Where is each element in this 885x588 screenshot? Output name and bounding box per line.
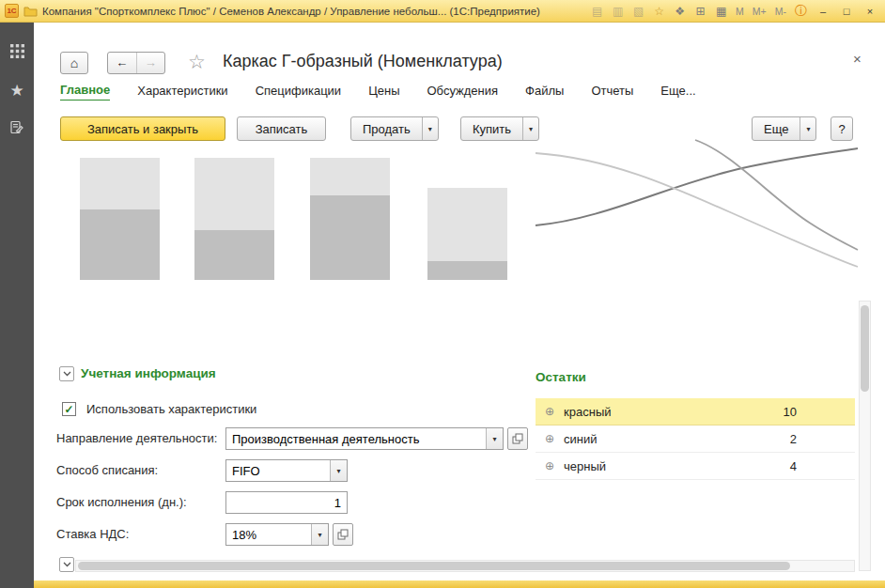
maximize-button[interactable]: □ (836, 3, 857, 19)
save-close-label: Записать и закрыть (76, 122, 210, 136)
home-icon: ⌂ (70, 55, 78, 70)
buy-button[interactable]: Купить ▾ (460, 116, 539, 141)
save-label: Записать (244, 122, 319, 136)
vat-field: ▾ (225, 523, 329, 546)
services-icon[interactable]: ❖ (671, 3, 689, 19)
tab-bar: Главное Характеристики Спецификации Цены… (60, 83, 696, 101)
field-label-activity: Направление деятельности: (56, 427, 217, 450)
stock-row-black[interactable]: ⊕ черный 4 (536, 453, 855, 480)
horizontal-scrollbar-thumb[interactable] (78, 562, 790, 570)
info-icon[interactable]: ⓘ (792, 3, 810, 19)
window-title: Компания "Спорткомплекс Плюс" / Семенов … (42, 6, 540, 17)
leadtime-field (225, 491, 348, 514)
tab-main[interactable]: Главное (60, 83, 110, 101)
bar-1-light-segment (80, 158, 160, 209)
save-icon[interactable]: ▤ (588, 3, 606, 19)
tab-discussions[interactable]: Обсуждения (427, 84, 499, 101)
tab-specifications[interactable]: Спецификации (256, 84, 342, 101)
memory-m-button[interactable]: M (733, 6, 747, 17)
bar-4-dark-segment (427, 261, 507, 280)
calculator-icon[interactable]: ⊞ (691, 3, 709, 19)
save-button[interactable]: Записать (237, 116, 326, 141)
home-button[interactable]: ⌂ (60, 52, 88, 74)
activity-field: ▾ (225, 427, 504, 450)
bar-1-dark-segment (80, 209, 160, 280)
stock-qty: 10 (784, 405, 855, 419)
buy-label: Купить (461, 122, 522, 136)
stock-name: синий (564, 432, 597, 446)
app-logo-text: 1С (7, 7, 16, 15)
activity-open-button[interactable] (507, 427, 528, 450)
field-label-writeoff: Способ списания: (56, 459, 158, 482)
check-icon: ✓ (64, 403, 73, 416)
window-titlebar: 1С Компания "Спорткомплекс Плюс" / Семен… (0, 0, 885, 23)
activity-input[interactable] (226, 428, 486, 449)
calendar-icon[interactable]: ▦ (712, 3, 730, 19)
sell-dropdown-arrow-icon[interactable]: ▾ (422, 117, 438, 140)
save-close-button[interactable]: Записать и закрыть (60, 116, 225, 141)
sell-label: Продать (351, 122, 422, 136)
copy-icon[interactable]: ▥ (609, 3, 627, 19)
line-series-light (536, 153, 858, 267)
stock-row-blue[interactable]: ⊕ синий 2 (536, 426, 855, 453)
history-icon[interactable] (0, 111, 34, 145)
leadtime-input[interactable] (226, 492, 347, 513)
more-label: Еще (753, 122, 800, 136)
bar-2-light-segment (194, 158, 274, 230)
tab-characteristics[interactable]: Характеристики (137, 84, 227, 101)
stock-row-red[interactable]: ⊕ красный 10 (536, 398, 855, 426)
writeoff-input[interactable] (226, 460, 330, 481)
close-form-button[interactable]: × (853, 52, 862, 67)
stock-name: красный (564, 405, 611, 419)
tab-files[interactable]: Файлы (525, 84, 564, 101)
bar-3-dark-segment (310, 195, 390, 280)
memory-m-plus-button[interactable]: M+ (750, 6, 769, 17)
horizontal-scrollbar[interactable] (75, 560, 855, 572)
tab-more[interactable]: Еще... (660, 84, 695, 101)
app-logo-icon[interactable]: 1С (5, 4, 19, 18)
field-label-vat: Ставка НДС: (56, 523, 129, 546)
tab-prices[interactable]: Цены (368, 84, 399, 101)
stock-name: черный (564, 459, 606, 473)
bar-2-dark-segment (194, 230, 274, 280)
collapse-accounting-button[interactable] (59, 366, 74, 381)
stock-qty: 4 (790, 459, 855, 473)
vat-open-button[interactable] (333, 523, 353, 546)
expand-row-icon[interactable]: ⊕ (545, 459, 554, 472)
activity-dropdown-icon[interactable]: ▾ (486, 428, 503, 449)
minimize-button[interactable]: – (813, 3, 833, 19)
stock-section-title: Остатки (536, 370, 586, 385)
vertical-scrollbar[interactable] (859, 301, 871, 571)
stock-table: ⊕ красный 10 ⊕ синий 2 ⊕ черный 4 (536, 398, 855, 480)
form-window: ⌂ ← → ☆ Каркас Г-образный (Номенклатура)… (34, 23, 885, 588)
vertical-scrollbar-thumb[interactable] (861, 305, 869, 392)
close-window-button[interactable]: × (860, 3, 880, 19)
bar-1 (80, 158, 160, 280)
titlebar-actions: ▤ ▥ ▧ ☆ ❖ ⊞ ▦ M M+ M- ⓘ – □ × (588, 3, 880, 19)
favorites-icon[interactable]: ★ (0, 73, 34, 107)
expand-row-icon[interactable]: ⊕ (545, 432, 554, 445)
expand-row-icon[interactable]: ⊕ (545, 405, 554, 418)
accounting-section-title: Учетная информация (81, 366, 216, 381)
favorite-star-icon[interactable]: ☆ (188, 53, 206, 71)
use-characteristics-checkbox[interactable]: ✓ (62, 402, 76, 416)
memory-m-minus-button[interactable]: M- (772, 6, 789, 17)
forward-button[interactable]: → (136, 53, 165, 73)
line-chart (531, 136, 860, 286)
vat-input[interactable] (226, 524, 311, 545)
print-icon[interactable]: ▧ (629, 3, 647, 19)
history-nav-group: ← → (107, 52, 165, 74)
writeoff-dropdown-icon[interactable]: ▾ (330, 460, 347, 481)
favorites-add-icon[interactable]: ☆ (650, 3, 668, 19)
collapse-next-section-button[interactable] (59, 557, 74, 572)
bar-4-light-segment (427, 188, 507, 261)
apps-menu-icon[interactable] (0, 34, 34, 68)
field-label-leadtime: Срок исполнения (дн.): (56, 491, 187, 514)
vat-dropdown-icon[interactable]: ▾ (311, 524, 328, 545)
use-characteristics-label: Использовать характеристики (86, 402, 256, 417)
bottom-accent-strip (34, 580, 885, 588)
sell-button[interactable]: Продать ▾ (350, 116, 439, 141)
tab-reports[interactable]: Отчеты (591, 84, 633, 101)
bar-chart (80, 158, 508, 280)
back-button[interactable]: ← (108, 53, 136, 73)
